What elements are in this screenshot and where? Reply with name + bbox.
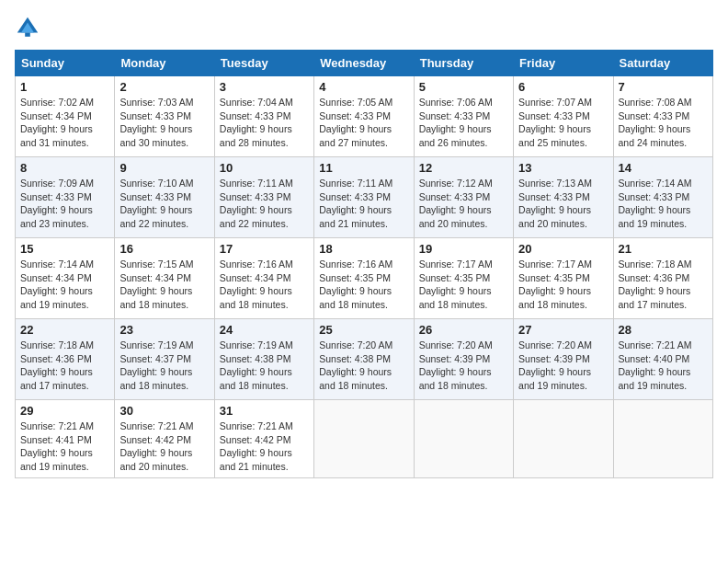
day-info: Sunrise: 7:16 AMSunset: 4:34 PMDaylight:…	[220, 259, 293, 310]
calendar-header-friday: Friday	[514, 51, 613, 76]
day-info: Sunrise: 7:21 AMSunset: 4:42 PMDaylight:…	[220, 420, 293, 472]
day-info: Sunrise: 7:14 AMSunset: 4:33 PMDaylight:…	[619, 178, 692, 229]
day-info: Sunrise: 7:18 AMSunset: 4:36 PMDaylight:…	[20, 339, 94, 391]
calendar-table: SundayMondayTuesdayWednesdayThursdayFrid…	[15, 50, 713, 478]
day-number: 28	[619, 323, 708, 337]
day-number: 17	[220, 242, 309, 256]
calendar-cell: 12 Sunrise: 7:12 AMSunset: 4:33 PMDaylig…	[414, 157, 513, 238]
day-info: Sunrise: 7:08 AMSunset: 4:33 PMDaylight:…	[619, 97, 692, 148]
day-number: 14	[619, 161, 708, 175]
calendar-cell: 20 Sunrise: 7:17 AMSunset: 4:35 PMDaylig…	[514, 238, 613, 319]
day-number: 24	[220, 323, 309, 337]
calendar-header-row: SundayMondayTuesdayWednesdayThursdayFrid…	[16, 51, 713, 76]
calendar-cell: 14 Sunrise: 7:14 AMSunset: 4:33 PMDaylig…	[613, 157, 712, 238]
day-info: Sunrise: 7:19 AMSunset: 4:37 PMDaylight:…	[119, 339, 193, 391]
day-info: Sunrise: 7:12 AMSunset: 4:33 PMDaylight:…	[419, 178, 493, 229]
calendar-week-1: 1 Sunrise: 7:02 AMSunset: 4:34 PMDayligh…	[16, 76, 713, 157]
calendar-cell: 26 Sunrise: 7:20 AMSunset: 4:39 PMDaylig…	[414, 319, 513, 400]
day-number: 3	[220, 80, 309, 94]
day-info: Sunrise: 7:14 AMSunset: 4:34 PMDaylight:…	[20, 259, 94, 310]
calendar-cell: 15 Sunrise: 7:14 AMSunset: 4:34 PMDaylig…	[16, 238, 115, 319]
day-info: Sunrise: 7:21 AMSunset: 4:42 PMDaylight:…	[119, 420, 193, 472]
day-info: Sunrise: 7:15 AMSunset: 4:34 PMDaylight:…	[119, 259, 193, 310]
day-info: Sunrise: 7:02 AMSunset: 4:34 PMDaylight:…	[20, 97, 94, 148]
day-info: Sunrise: 7:07 AMSunset: 4:33 PMDaylight:…	[518, 97, 592, 148]
calendar-cell: 13 Sunrise: 7:13 AMSunset: 4:33 PMDaylig…	[514, 157, 613, 238]
calendar-cell: 30 Sunrise: 7:21 AMSunset: 4:42 PMDaylig…	[115, 400, 214, 478]
day-info: Sunrise: 7:13 AMSunset: 4:33 PMDaylight:…	[518, 178, 592, 229]
day-info: Sunrise: 7:17 AMSunset: 4:35 PMDaylight:…	[419, 259, 493, 310]
day-info: Sunrise: 7:21 AMSunset: 4:41 PMDaylight:…	[20, 420, 94, 472]
day-info: Sunrise: 7:20 AMSunset: 4:39 PMDaylight:…	[518, 339, 592, 391]
day-info: Sunrise: 7:09 AMSunset: 4:33 PMDaylight:…	[20, 178, 94, 229]
calendar-week-3: 15 Sunrise: 7:14 AMSunset: 4:34 PMDaylig…	[16, 238, 713, 319]
calendar-cell: 31 Sunrise: 7:21 AMSunset: 4:42 PMDaylig…	[214, 400, 313, 478]
day-info: Sunrise: 7:16 AMSunset: 4:35 PMDaylight:…	[319, 259, 392, 310]
day-number: 27	[518, 323, 608, 337]
day-number: 16	[119, 242, 209, 256]
day-number: 7	[619, 80, 708, 94]
calendar-cell: 10 Sunrise: 7:11 AMSunset: 4:33 PMDaylig…	[214, 157, 313, 238]
day-number: 9	[119, 161, 209, 175]
day-number: 29	[20, 404, 109, 418]
day-number: 19	[419, 242, 508, 256]
day-info: Sunrise: 7:17 AMSunset: 4:35 PMDaylight:…	[518, 259, 592, 310]
calendar-cell	[514, 400, 613, 478]
day-info: Sunrise: 7:10 AMSunset: 4:33 PMDaylight:…	[119, 178, 193, 229]
day-number: 22	[20, 323, 109, 337]
day-number: 8	[20, 161, 109, 175]
calendar-cell	[414, 400, 513, 478]
day-info: Sunrise: 7:21 AMSunset: 4:40 PMDaylight:…	[619, 339, 692, 391]
day-number: 11	[319, 161, 408, 175]
day-number: 13	[518, 161, 608, 175]
calendar-cell: 19 Sunrise: 7:17 AMSunset: 4:35 PMDaylig…	[414, 238, 513, 319]
day-number: 15	[20, 242, 109, 256]
page-header	[15, 15, 713, 40]
calendar-cell: 29 Sunrise: 7:21 AMSunset: 4:41 PMDaylig…	[16, 400, 115, 478]
calendar-cell: 22 Sunrise: 7:18 AMSunset: 4:36 PMDaylig…	[16, 319, 115, 400]
calendar-cell: 1 Sunrise: 7:02 AMSunset: 4:34 PMDayligh…	[16, 76, 115, 157]
day-number: 25	[319, 323, 408, 337]
calendar-cell: 27 Sunrise: 7:20 AMSunset: 4:39 PMDaylig…	[514, 319, 613, 400]
calendar-cell: 9 Sunrise: 7:10 AMSunset: 4:33 PMDayligh…	[115, 157, 214, 238]
day-number: 26	[419, 323, 508, 337]
day-number: 10	[220, 161, 309, 175]
calendar-cell	[613, 400, 712, 478]
day-number: 1	[20, 80, 109, 94]
day-info: Sunrise: 7:18 AMSunset: 4:36 PMDaylight:…	[619, 259, 692, 310]
day-info: Sunrise: 7:11 AMSunset: 4:33 PMDaylight:…	[319, 178, 392, 229]
calendar-week-5: 29 Sunrise: 7:21 AMSunset: 4:41 PMDaylig…	[16, 400, 713, 478]
calendar-cell: 28 Sunrise: 7:21 AMSunset: 4:40 PMDaylig…	[613, 319, 712, 400]
calendar-header-sunday: Sunday	[16, 51, 115, 76]
day-number: 5	[419, 80, 508, 94]
day-info: Sunrise: 7:20 AMSunset: 4:39 PMDaylight:…	[419, 339, 493, 391]
calendar-week-2: 8 Sunrise: 7:09 AMSunset: 4:33 PMDayligh…	[16, 157, 713, 238]
calendar-cell: 3 Sunrise: 7:04 AMSunset: 4:33 PMDayligh…	[214, 76, 313, 157]
day-number: 31	[220, 404, 309, 418]
day-info: Sunrise: 7:19 AMSunset: 4:38 PMDaylight:…	[220, 339, 293, 391]
day-number: 12	[419, 161, 508, 175]
day-info: Sunrise: 7:05 AMSunset: 4:33 PMDaylight:…	[319, 97, 392, 148]
day-number: 2	[119, 80, 209, 94]
calendar-header-monday: Monday	[115, 51, 214, 76]
calendar-cell: 23 Sunrise: 7:19 AMSunset: 4:37 PMDaylig…	[115, 319, 214, 400]
calendar-cell: 4 Sunrise: 7:05 AMSunset: 4:33 PMDayligh…	[314, 76, 414, 157]
day-info: Sunrise: 7:03 AMSunset: 4:33 PMDaylight:…	[119, 97, 193, 148]
calendar-cell: 5 Sunrise: 7:06 AMSunset: 4:33 PMDayligh…	[414, 76, 513, 157]
calendar-week-4: 22 Sunrise: 7:18 AMSunset: 4:36 PMDaylig…	[16, 319, 713, 400]
day-number: 21	[619, 242, 708, 256]
calendar-cell: 16 Sunrise: 7:15 AMSunset: 4:34 PMDaylig…	[115, 238, 214, 319]
logo-icon	[15, 15, 40, 40]
calendar-header-thursday: Thursday	[414, 51, 513, 76]
calendar-cell: 18 Sunrise: 7:16 AMSunset: 4:35 PMDaylig…	[314, 238, 414, 319]
calendar-cell: 8 Sunrise: 7:09 AMSunset: 4:33 PMDayligh…	[16, 157, 115, 238]
calendar-cell: 25 Sunrise: 7:20 AMSunset: 4:38 PMDaylig…	[314, 319, 414, 400]
calendar-cell: 21 Sunrise: 7:18 AMSunset: 4:36 PMDaylig…	[613, 238, 712, 319]
day-number: 6	[518, 80, 608, 94]
logo	[15, 15, 44, 40]
calendar-cell: 2 Sunrise: 7:03 AMSunset: 4:33 PMDayligh…	[115, 76, 214, 157]
calendar-header-wednesday: Wednesday	[314, 51, 414, 76]
day-number: 18	[319, 242, 408, 256]
calendar-cell: 6 Sunrise: 7:07 AMSunset: 4:33 PMDayligh…	[514, 76, 613, 157]
day-info: Sunrise: 7:06 AMSunset: 4:33 PMDaylight:…	[419, 97, 493, 148]
